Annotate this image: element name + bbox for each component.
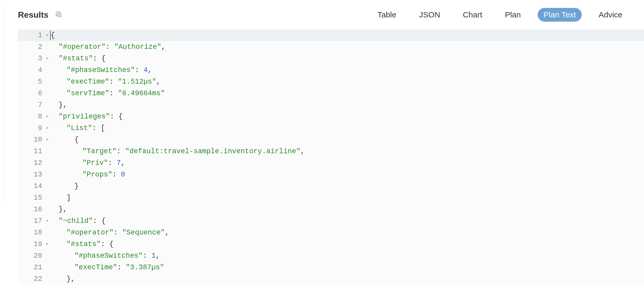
code-token: , bbox=[148, 66, 152, 74]
line-number: 17▾ bbox=[18, 215, 44, 227]
tab-plantext[interactable]: Plan Text bbox=[538, 8, 582, 22]
code-line: 12"Priv": 7, bbox=[18, 157, 644, 169]
line-number: 2 bbox=[18, 41, 44, 53]
code-token: "#stats" bbox=[59, 55, 93, 63]
code-token: : bbox=[109, 78, 118, 86]
code-token: "#phaseSwitches" bbox=[67, 66, 135, 74]
line-number: 4 bbox=[18, 64, 44, 76]
code-token: 7 bbox=[117, 159, 121, 167]
code-token: { bbox=[119, 113, 123, 121]
code-line: 8▾"privileges": { bbox=[18, 111, 644, 122]
line-number: 15 bbox=[18, 192, 44, 204]
code-content: }, bbox=[44, 204, 67, 215]
code-content: ] bbox=[44, 192, 71, 204]
code-token: } bbox=[67, 275, 71, 283]
tab-plan[interactable]: Plan bbox=[499, 8, 527, 22]
code-token: : bbox=[93, 217, 101, 225]
code-content: "~child": { bbox=[44, 215, 106, 227]
code-content: "#operator": "Sequence", bbox=[44, 227, 169, 238]
line-number: 3▾ bbox=[18, 53, 44, 64]
code-content: "#phaseSwitches": 4, bbox=[44, 64, 152, 76]
code-token: : bbox=[106, 43, 114, 51]
code-token: : bbox=[117, 263, 126, 271]
code-token: "List" bbox=[67, 124, 92, 132]
plan-text-code[interactable]: 1▾{2"#operator": "Authorize",3▾"#stats":… bbox=[18, 30, 644, 285]
code-line: 7}, bbox=[18, 99, 644, 111]
code-content: { bbox=[44, 134, 79, 146]
code-line: 15] bbox=[18, 192, 644, 204]
line-number: 22 bbox=[18, 273, 44, 285]
code-token: "#operator" bbox=[59, 43, 106, 51]
code-line: 16}, bbox=[18, 204, 644, 215]
line-number: 12 bbox=[18, 157, 44, 169]
code-token: "servTime" bbox=[67, 89, 109, 97]
code-content: "#operator": "Authorize", bbox=[44, 41, 165, 53]
tab-chart[interactable]: Chart bbox=[457, 8, 488, 22]
code-line: 4"#phaseSwitches": 4, bbox=[18, 64, 644, 76]
code-content: "#stats": { bbox=[44, 53, 106, 64]
code-token: "~child" bbox=[59, 217, 93, 225]
svg-rect-0 bbox=[57, 13, 61, 17]
line-number: 5 bbox=[18, 76, 44, 88]
code-content: "#stats": { bbox=[44, 238, 113, 250]
code-content: "execTime": "1.512µs", bbox=[44, 76, 160, 88]
code-line: 13"Props": 0 bbox=[18, 169, 644, 180]
code-token: "#operator" bbox=[67, 229, 113, 237]
code-token: : bbox=[143, 252, 151, 260]
code-token: ] bbox=[67, 194, 71, 202]
code-line: 10▾{ bbox=[18, 134, 644, 146]
code-token: : bbox=[110, 113, 118, 121]
tab-json[interactable]: JSON bbox=[413, 8, 446, 22]
code-token: , bbox=[156, 252, 160, 260]
tab-table[interactable]: Table bbox=[372, 8, 402, 22]
code-token: 0 bbox=[121, 171, 125, 179]
code-token: { bbox=[101, 217, 106, 225]
code-token: , bbox=[71, 275, 75, 283]
line-number: 9▾ bbox=[18, 122, 44, 134]
line-number: 16 bbox=[18, 204, 44, 215]
code-token: "3.387µs" bbox=[126, 263, 164, 271]
code-token: "Sequence" bbox=[122, 229, 165, 237]
code-token: "Props" bbox=[82, 171, 112, 179]
copy-button[interactable] bbox=[54, 11, 63, 19]
code-line: 5"execTime": "1.512µs", bbox=[18, 76, 644, 88]
code-token: } bbox=[59, 101, 63, 109]
code-token: : bbox=[112, 171, 121, 179]
code-content: { bbox=[44, 30, 55, 41]
code-token: , bbox=[300, 147, 305, 155]
code-line: 6"servTime": "6.49664ms" bbox=[18, 88, 644, 99]
code-token: } bbox=[74, 182, 79, 190]
results-title: Results bbox=[18, 10, 49, 20]
code-token: } bbox=[59, 205, 63, 213]
code-content: "servTime": "6.49664ms" bbox=[44, 88, 165, 99]
code-content: }, bbox=[44, 99, 67, 111]
code-token: , bbox=[121, 159, 125, 167]
code-token: { bbox=[51, 31, 55, 39]
results-header: Results TableJSONChartPlanPlan TextAdvic… bbox=[0, 8, 644, 30]
code-token: "Authorize" bbox=[114, 43, 161, 51]
code-token: "Target" bbox=[82, 147, 117, 155]
code-content: "List": [ bbox=[44, 122, 105, 134]
code-token: : bbox=[101, 240, 109, 248]
code-line: 22}, bbox=[18, 273, 644, 285]
code-token: : bbox=[117, 147, 125, 155]
code-token: , bbox=[63, 205, 67, 213]
tab-advice[interactable]: Advice bbox=[593, 8, 628, 22]
line-number: 20 bbox=[18, 250, 44, 262]
line-number: 6 bbox=[18, 88, 44, 99]
text-cursor bbox=[50, 31, 51, 40]
code-token: "privileges" bbox=[59, 113, 110, 121]
code-line: 20"#phaseSwitches": 1, bbox=[18, 250, 644, 262]
code-content: "privileges": { bbox=[44, 111, 123, 122]
code-token: { bbox=[74, 136, 79, 144]
code-token: , bbox=[161, 43, 165, 51]
code-content: "#phaseSwitches": 1, bbox=[44, 250, 160, 262]
svg-rect-1 bbox=[56, 12, 60, 16]
line-number: 11 bbox=[18, 146, 44, 157]
code-token: "6.49664ms" bbox=[118, 89, 165, 97]
code-content: } bbox=[44, 180, 79, 192]
copy-icon bbox=[55, 10, 63, 19]
code-line: 11"Target": "default:travel-sample.inven… bbox=[18, 146, 644, 157]
code-token: "execTime" bbox=[74, 263, 117, 271]
code-token: [ bbox=[101, 124, 105, 132]
